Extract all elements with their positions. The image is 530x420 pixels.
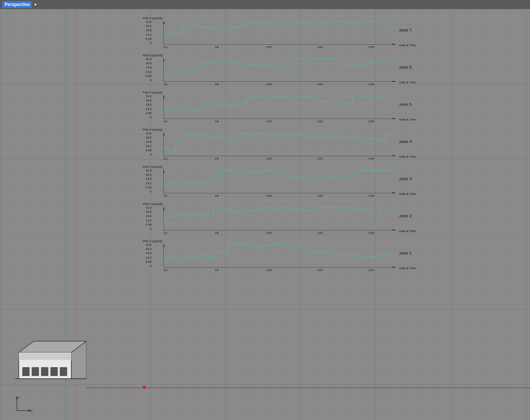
x-title-5: Date & Time xyxy=(399,229,416,233)
y-label: 0 xyxy=(150,78,151,82)
y-label: 13.2 xyxy=(146,107,152,111)
y-label: 26.3 xyxy=(146,210,152,214)
zone-label-3: zone 4 xyxy=(399,139,412,144)
y-label: 19.8 xyxy=(146,66,152,69)
x-label: 1/1 xyxy=(163,231,168,235)
x-label: 1/1 xyxy=(163,268,168,272)
svg-rect-24 xyxy=(163,57,396,82)
x-label: 1/8 xyxy=(214,83,219,86)
x-title-4: Date & Time xyxy=(399,192,416,196)
x-label: 1/29 xyxy=(368,157,374,160)
chart-svg-5 xyxy=(163,206,396,230)
y-label: 26.3 xyxy=(146,99,152,102)
x-label: 1/1 xyxy=(163,194,168,197)
y-label: 13.2 xyxy=(146,70,152,74)
y-label: 32.9 xyxy=(146,57,152,61)
y-label: 26.3 xyxy=(146,173,152,176)
chart-row-1: PM2.5 [uq/m3]32.926.319.813.26.5901/11/8… xyxy=(143,54,436,86)
y-label: 32.9 xyxy=(146,132,152,135)
x-label: 1/8 xyxy=(214,120,219,123)
zone-label-2: zone 5 xyxy=(399,102,412,107)
y-label: 6.59 xyxy=(146,260,152,263)
y-title-4: PM2.5 [uq/m3] xyxy=(143,165,162,169)
y-label: 0 xyxy=(150,227,151,230)
y-label: 6.59 xyxy=(146,74,152,78)
chart-row-5: PM2.5 [uq/m3]32.926.319.813.26.5901/11/8… xyxy=(143,202,436,234)
x-label: 1/22 xyxy=(317,45,323,49)
chart-svg-0 xyxy=(163,20,396,45)
x-label: 1/15 xyxy=(266,194,272,197)
x-title-6: Date & Time xyxy=(399,266,416,270)
y-labels-0: 32.926.319.813.26.590 xyxy=(146,20,152,45)
dropdown-icon[interactable]: ▼ xyxy=(33,3,37,7)
y-label: 6.59 xyxy=(146,186,152,189)
y-labels-1: 32.926.319.813.26.590 xyxy=(146,57,152,82)
x-label: 1/15 xyxy=(266,120,272,123)
y-label: 0 xyxy=(150,264,151,268)
y-label: 26.3 xyxy=(146,24,152,28)
x-label: 1/15 xyxy=(266,268,272,272)
y-title-0: PM2.5 [uq/m3] xyxy=(143,17,162,20)
y-label: 13.2 xyxy=(146,182,152,185)
zone-label-4: zone 3 xyxy=(399,176,412,181)
zone-label-1: zone 6 xyxy=(399,65,412,69)
x-label: 1/1 xyxy=(163,45,168,49)
x-label: 1/29 xyxy=(368,268,374,272)
svg-rect-34 xyxy=(163,132,396,156)
charts-container: PM2.5 [uq/m3]32.926.319.813.26.5901/11/8… xyxy=(143,17,436,277)
x-label: 1/15 xyxy=(266,157,272,160)
y-label: 32.9 xyxy=(146,20,152,24)
svg-rect-44 xyxy=(163,206,396,230)
x-label: 1/8 xyxy=(214,157,219,160)
y-label: 32.9 xyxy=(146,243,152,247)
red-horizontal-line xyxy=(86,387,530,388)
x-label: 1/29 xyxy=(368,83,374,86)
y-label: 19.8 xyxy=(146,29,152,32)
chart-svg-4 xyxy=(163,169,396,193)
perspective-label[interactable]: Perspective xyxy=(2,1,32,8)
y-label: 0 xyxy=(150,153,151,156)
chart-svg-3 xyxy=(163,132,396,156)
y-label: 6.59 xyxy=(146,111,152,115)
chart-svg-1 xyxy=(163,57,396,82)
svg-marker-5 xyxy=(19,352,71,360)
y-label: 0 xyxy=(150,116,151,119)
svg-rect-49 xyxy=(163,243,396,268)
x-label: 1/22 xyxy=(317,120,323,123)
y-title-6: PM2.5 [uq/m3] xyxy=(143,239,162,243)
svg-rect-8 xyxy=(41,367,48,376)
x-label: 1/8 xyxy=(214,45,219,49)
x-label: 1/22 xyxy=(317,83,323,86)
top-bar: Perspective ▼ xyxy=(0,0,530,9)
y-label: 19.8 xyxy=(146,251,152,255)
x-label: 1/8 xyxy=(214,194,219,197)
y-labels-4: 32.926.319.813.26.590 xyxy=(146,169,152,193)
svg-rect-9 xyxy=(51,367,57,376)
y-labels-2: 32.926.319.813.26.590 xyxy=(146,95,152,119)
building-model xyxy=(11,330,86,390)
x-label: 1/22 xyxy=(317,231,323,235)
y-label: 13.2 xyxy=(146,256,152,259)
x-label: 1/29 xyxy=(368,194,374,197)
x-label: 1/22 xyxy=(317,194,323,197)
zone-label-5: zone 2 xyxy=(399,214,412,218)
x-label: 1/15 xyxy=(266,231,272,235)
y-label: 6.59 xyxy=(146,149,152,152)
y-label: 19.8 xyxy=(146,177,152,181)
x-title-2: Date & Time xyxy=(399,118,416,121)
x-label: 1/15 xyxy=(266,83,272,86)
y-label: 26.3 xyxy=(146,62,152,65)
y-label: 26.3 xyxy=(146,136,152,139)
x-label: 1/1 xyxy=(163,83,168,86)
x-title-3: Date & Time xyxy=(399,155,416,158)
y-label: 13.2 xyxy=(146,33,152,36)
zone-label-6: zone 1 xyxy=(399,251,412,255)
y-label: 26.3 xyxy=(146,247,152,251)
x-label: 1/22 xyxy=(317,157,323,160)
y-labels-3: 32.926.319.813.26.590 xyxy=(146,132,152,156)
svg-text:Y: Y xyxy=(18,396,20,399)
x-label: 1/8 xyxy=(214,268,219,272)
y-title-2: PM2.5 [uq/m3] xyxy=(143,91,162,94)
y-title-5: PM2.5 [uq/m3] xyxy=(143,202,162,206)
chart-row-2: PM2.5 [uq/m3]32.926.319.813.26.5901/11/8… xyxy=(143,91,436,123)
